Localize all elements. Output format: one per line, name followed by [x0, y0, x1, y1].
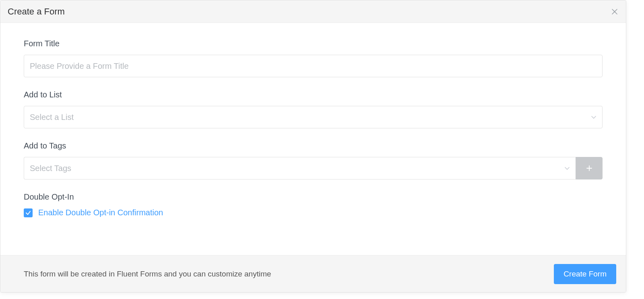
double-optin-toggle[interactable]: Enable Double Opt-in Confirmation: [24, 208, 603, 217]
modal-title: Create a Form: [8, 6, 65, 17]
tags-select[interactable]: Select Tags: [24, 157, 576, 179]
list-select-placeholder: Select a List: [30, 113, 74, 122]
create-form-modal: Create a Form Form Title Add to List Sel…: [0, 0, 626, 293]
field-add-to-list: Add to List Select a List: [24, 90, 603, 128]
checkbox: [24, 208, 33, 217]
add-to-tags-label: Add to Tags: [24, 141, 603, 151]
form-title-input[interactable]: [24, 55, 603, 77]
footer-hint: This form will be created in Fluent Form…: [24, 270, 271, 278]
field-form-title: Form Title: [24, 39, 603, 77]
add-to-list-label: Add to List: [24, 90, 603, 99]
field-double-optin: Double Opt-In Enable Double Opt-in Confi…: [24, 192, 603, 217]
close-icon: [611, 8, 618, 15]
add-tag-button[interactable]: [576, 157, 603, 179]
form-title-label: Form Title: [24, 39, 603, 48]
modal-footer: This form will be created in Fluent Form…: [0, 255, 626, 292]
plus-icon: [586, 165, 592, 171]
tags-select-placeholder: Select Tags: [30, 164, 71, 173]
double-optin-checkbox-label: Enable Double Opt-in Confirmation: [38, 208, 163, 217]
create-form-button[interactable]: Create Form: [554, 264, 616, 284]
chevron-down-icon: [564, 165, 570, 171]
double-optin-label: Double Opt-In: [24, 192, 603, 202]
close-button[interactable]: [611, 8, 619, 16]
chevron-down-icon: [591, 114, 597, 120]
field-add-to-tags: Add to Tags Select Tags: [24, 141, 603, 179]
modal-body: Form Title Add to List Select a List Add…: [0, 23, 626, 255]
check-icon: [25, 210, 31, 216]
list-select[interactable]: Select a List: [24, 106, 603, 128]
modal-header: Create a Form: [0, 0, 626, 23]
